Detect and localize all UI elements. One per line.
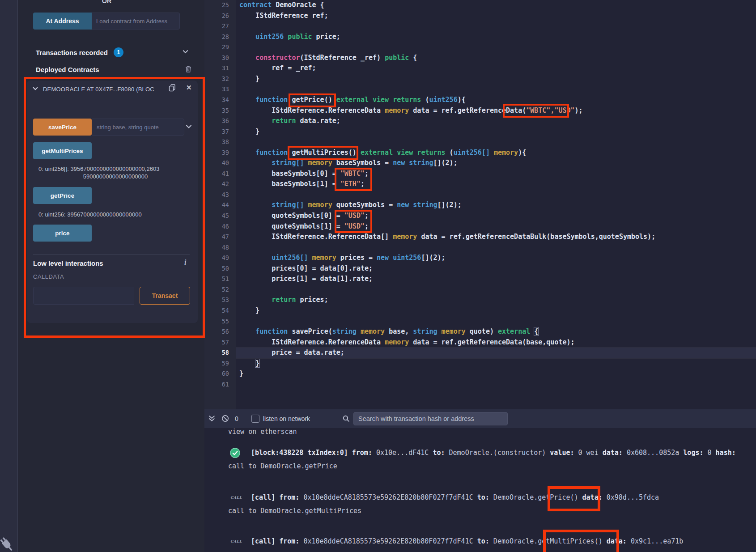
- code-line[interactable]: uint256[] memory prices = new uint256[](…: [236, 253, 756, 263]
- gutter-line-number: 60: [222, 369, 229, 379]
- terminal-search-input[interactable]: [353, 412, 508, 425]
- code-line[interactable]: }: [236, 74, 756, 85]
- gutter-line-number: 52: [222, 284, 229, 295]
- gutter-line-number: 27: [222, 21, 229, 32]
- call-badge: CALL: [230, 539, 242, 544]
- info-icon[interactable]: i: [184, 259, 186, 267]
- code-line[interactable]: IStdReference.ReferenceData memory data …: [236, 106, 756, 116]
- code-editor[interactable]: 2526272829303132333435363738394041424344…: [204, 0, 756, 409]
- get-price-button[interactable]: getPrice: [33, 187, 92, 204]
- terminal-log-row[interactable]: [block:438228 txIndex:0] from: 0x10e...d…: [251, 448, 736, 457]
- code-line[interactable]: price = data.rate;: [236, 348, 756, 358]
- deployed-contract-header[interactable]: DEMOORACLE AT 0X47F...F8080 (BLOC ✕: [27, 81, 198, 96]
- search-icon: [342, 415, 350, 424]
- save-price-button[interactable]: savePrice: [33, 119, 92, 136]
- divider: [33, 254, 190, 255]
- transact-button[interactable]: Transact: [140, 287, 190, 305]
- gutter-line-number: 28: [222, 32, 229, 42]
- gutter-line-number: 55: [222, 316, 229, 327]
- get-multi-prices-button[interactable]: getMultiPrices: [33, 142, 92, 159]
- gutter-line-number: 38: [222, 137, 229, 148]
- at-address-button[interactable]: At Address: [33, 13, 92, 30]
- chevron-down-icon[interactable]: [185, 123, 192, 132]
- code-line[interactable]: string[] memory quoteSymbols = new strin…: [236, 200, 756, 211]
- code-line[interactable]: }: [236, 369, 756, 379]
- code-line[interactable]: ref = _ref;: [236, 63, 756, 74]
- close-icon[interactable]: ✕: [186, 84, 192, 92]
- terminal-log-row[interactable]: [call] from: 0x10e8ddeCA8185573e59262E82…: [251, 493, 659, 502]
- gutter-line-number: 46: [222, 221, 229, 232]
- code-line[interactable]: quoteSymbols[0] = "USD";: [236, 211, 756, 221]
- gutter-line-number: 56: [222, 327, 229, 337]
- gutter-line-number: 48: [222, 242, 229, 253]
- gutter-line-number: 33: [222, 84, 229, 95]
- listen-on-network-label: listen on network: [263, 415, 310, 422]
- code-line[interactable]: function getPrice() external view return…: [236, 95, 756, 106]
- code-line[interactable]: [236, 42, 756, 53]
- code-line[interactable]: [236, 284, 756, 295]
- plugin-manager-icon[interactable]: [0, 535, 16, 552]
- deployed-contracts-label: Deployed Contracts: [36, 66, 99, 73]
- code-line[interactable]: uint256 public price;: [236, 32, 756, 42]
- code-line[interactable]: [236, 21, 756, 32]
- success-check-icon[interactable]: [230, 448, 240, 458]
- gutter-line-number: 32: [222, 74, 229, 85]
- copy-icon[interactable]: [168, 84, 176, 94]
- code-line[interactable]: IStdReference ref;: [236, 11, 756, 21]
- deploy-run-panel: OR At Address Transactions recorded 1 De…: [18, 0, 204, 552]
- gutter-line-number: 29: [222, 42, 229, 53]
- code-line[interactable]: [236, 84, 756, 95]
- code-line[interactable]: }: [236, 127, 756, 137]
- calldata-input[interactable]: [33, 287, 134, 305]
- code-line[interactable]: IStdReference.ReferenceData[] memory dat…: [236, 232, 756, 242]
- icon-panel-strip: [0, 0, 18, 552]
- get-multi-prices-output: 0: uint256[]: 39567000000000000000000,26…: [38, 166, 192, 180]
- clear-console-icon[interactable]: [221, 415, 229, 424]
- code-line[interactable]: baseSymbols[0] = "WBTC";: [236, 169, 756, 179]
- code-line[interactable]: [236, 316, 756, 327]
- editor-gutter: 2526272829303132333435363738394041424344…: [204, 0, 236, 409]
- chevron-down-icon[interactable]: [32, 85, 38, 93]
- code-line[interactable]: constructor(IStdReference _ref) public {: [236, 53, 756, 64]
- listen-on-network-checkbox[interactable]: [251, 415, 259, 423]
- or-separator-label: OR: [102, 0, 111, 4]
- terminal-info-line[interactable]: call to DemoOracle.getPrice: [228, 462, 337, 471]
- load-contract-address-input[interactable]: [92, 13, 180, 30]
- price-button[interactable]: price: [33, 225, 92, 242]
- code-line[interactable]: baseSymbols[1] = "ETH";: [236, 179, 756, 190]
- get-price-output: 0: uint256: 39567000000000000000000: [38, 211, 192, 219]
- code-line[interactable]: prices[0] = data[0].rate;: [236, 263, 756, 274]
- gutter-line-number: 50: [222, 263, 229, 274]
- gutter-line-number: 49: [222, 253, 229, 263]
- gutter-line-number: 36: [222, 116, 229, 127]
- low-level-interactions-label: Low level interactions: [33, 259, 103, 267]
- trash-icon[interactable]: [185, 65, 192, 75]
- terminal-log-row[interactable]: [call] from: 0x10e8ddeCA8185573e59262E82…: [251, 537, 683, 546]
- code-line[interactable]: [236, 137, 756, 148]
- code-line[interactable]: function getMultiPrices() external view …: [236, 148, 756, 158]
- code-line[interactable]: }: [236, 358, 756, 369]
- at-address-group: At Address: [33, 13, 180, 30]
- code-line[interactable]: prices[1] = data[1].rate;: [236, 274, 756, 284]
- code-line[interactable]: IStdReference.ReferenceData memory data …: [236, 337, 756, 348]
- collapse-terminal-icon[interactable]: [208, 415, 216, 424]
- save-price-args-input[interactable]: [92, 119, 184, 136]
- code-line[interactable]: quoteSymbols[1] = "USD";: [236, 221, 756, 232]
- chevron-down-icon[interactable]: [182, 48, 189, 57]
- code-line[interactable]: [236, 190, 756, 200]
- code-line[interactable]: return data.rate;: [236, 116, 756, 127]
- gutter-line-number: 51: [222, 274, 229, 284]
- gutter-line-number: 58: [222, 348, 229, 358]
- code-line[interactable]: return prices;: [236, 295, 756, 306]
- code-line[interactable]: string[] memory baseSymbols = new string…: [236, 158, 756, 169]
- code-line[interactable]: [236, 242, 756, 253]
- terminal-info-line[interactable]: call to DemoOracle.getMultiPrices: [228, 506, 361, 515]
- code-line[interactable]: contract DemoOracle {: [236, 0, 756, 11]
- gutter-line-number: 59: [222, 358, 229, 369]
- code-line[interactable]: }: [236, 306, 756, 316]
- gutter-line-number: 34: [222, 95, 229, 106]
- code-line[interactable]: [236, 379, 756, 390]
- terminal-info-line[interactable]: view on etherscan: [228, 427, 297, 436]
- calldata-label: CALLDATA: [33, 273, 64, 280]
- code-line[interactable]: function savePrice(string memory base, s…: [236, 327, 756, 337]
